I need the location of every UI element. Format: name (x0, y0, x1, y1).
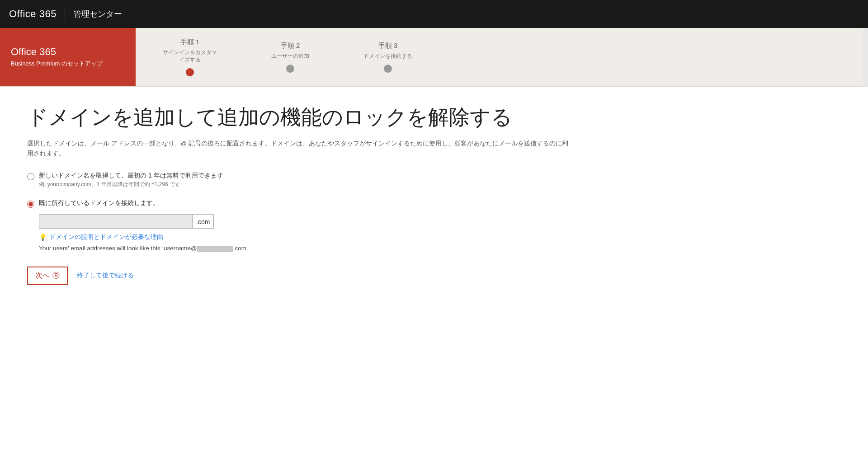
existing-domain-label: 既に所有しているドメインを接続します。 (39, 199, 159, 207)
action-row: 次へ Ⓡ 終了して後で続ける (27, 267, 651, 285)
domain-help-text: ドメインの説明とドメインが必要な理由 (49, 233, 163, 241)
finish-later-link[interactable]: 終了して後で続ける (77, 271, 134, 280)
email-preview: Your users' email addresses will look li… (39, 245, 651, 252)
page-title: ドメインを追加して追加の機能のロックを解除する (27, 105, 651, 130)
admin-center-label: 管理センター (73, 9, 122, 19)
wizard-step-2: 手順 2 ユーザーの追加 (271, 42, 309, 73)
step3-dot (384, 65, 392, 73)
domain-input-row: .com (39, 214, 651, 229)
step3-sublabel: ドメインを接続する (363, 53, 412, 60)
next-button-label: 次へ (35, 271, 50, 281)
wizard-brand-title: Office 365 (11, 46, 125, 58)
new-domain-label-group: 新しいドメイン名を取得して、最初の 1 年は無料で利用できます 例: yourc… (39, 172, 223, 188)
step1-label: 手順 1 (180, 38, 200, 47)
step1-sublabel: サインインをカスタマイズする (163, 49, 217, 63)
wizard-step-3: 手順 3 ドメインを接続する (363, 42, 412, 73)
wizard-step-1: 手順 1 サインインをカスタマイズする (163, 38, 217, 76)
nav-divider (65, 7, 65, 21)
wizard-steps: 手順 1 サインインをカスタマイズする 手順 2 ユーザーの追加 手順 3 ドメ… (136, 28, 868, 86)
email-domain-blur (197, 246, 233, 252)
wizard-header: Office 365 Business Premium のセットアップ 手順 1… (0, 28, 868, 87)
main-content: ドメインを追加して追加の機能のロックを解除する 選択したドメインは、メール アド… (0, 87, 678, 312)
step2-sublabel: ユーザーの追加 (271, 53, 309, 60)
wizard-brand: Office 365 Business Premium のセットアップ (0, 28, 136, 86)
scrollbar-track[interactable] (863, 28, 868, 87)
domain-suffix: .com (193, 214, 214, 229)
step3-label: 手順 3 (378, 42, 398, 50)
page-description: 選択したドメインは、メール アドレスの一部となり、@ 記号の後ろに配置されます。… (27, 139, 570, 158)
app-title: Office 365 (9, 8, 57, 20)
next-button[interactable]: 次へ Ⓡ (27, 267, 68, 285)
top-nav: Office 365 管理センター (0, 0, 868, 28)
new-domain-sublabel: 例: yourcompany.com、1 年目以降は年間で約 ¥1,296 です (39, 181, 223, 188)
domain-input-field[interactable] (39, 214, 193, 229)
existing-domain-label-group: 既に所有しているドメインを接続します。 (39, 199, 159, 207)
wizard-brand-subtitle: Business Premium のセットアップ (11, 60, 125, 68)
option-new-domain: 新しいドメイン名を取得して、最初の 1 年は無料で利用できます 例: yourc… (27, 172, 651, 188)
step2-dot (286, 65, 294, 73)
email-preview-prefix: Your users' email addresses will look li… (39, 245, 197, 252)
bulb-icon: 💡 (39, 234, 47, 241)
new-domain-label: 新しいドメイン名を取得して、最初の 1 年は無料で利用できます (39, 172, 223, 180)
next-button-icon: Ⓡ (52, 271, 60, 281)
email-preview-suffix: .com (233, 245, 246, 252)
radio-existing-domain[interactable] (27, 201, 34, 208)
step1-dot (186, 68, 194, 76)
domain-help-link[interactable]: 💡 ドメインの説明とドメインが必要な理由 (39, 233, 651, 241)
step2-label: 手順 2 (281, 42, 300, 50)
option-existing-domain: 既に所有しているドメインを接続します。 .com 💡 ドメインの説明とドメインが… (27, 199, 651, 252)
radio-new-domain[interactable] (27, 173, 34, 180)
